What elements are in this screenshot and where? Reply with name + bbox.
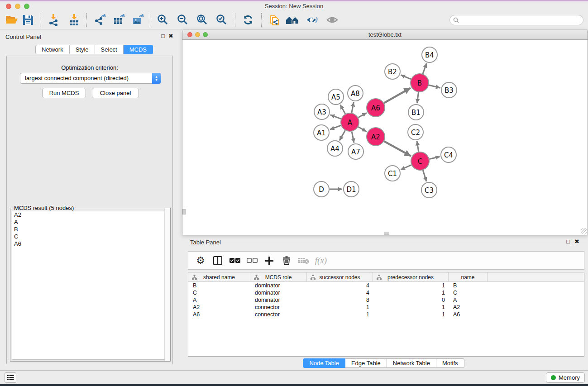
delete-table-icon[interactable] [295, 253, 312, 268]
function-builder-icon[interactable]: f(x) [312, 253, 330, 268]
edge-A-A7[interactable] [352, 132, 354, 143]
float-panel-icon[interactable]: □ [161, 33, 165, 39]
criterion-select[interactable]: largest connected component (directed) ▲… [20, 73, 161, 84]
table-settings-icon[interactable]: ⚙ [192, 253, 209, 268]
edge-A6-B[interactable] [384, 88, 411, 103]
edge-A-A1[interactable] [330, 125, 341, 129]
node-B[interactable]: B [411, 74, 429, 92]
node-C2[interactable]: C2 [408, 124, 423, 140]
column-header-successor-nodes[interactable]: successor nodes [307, 272, 373, 282]
result-scrollbar[interactable] [164, 208, 170, 361]
result-item[interactable]: A [12, 219, 168, 226]
table-row[interactable]: Cdominator41C [188, 289, 584, 296]
network-window-titlebar[interactable]: testGlobe.txt [182, 29, 588, 40]
node-A6[interactable]: A6 [367, 99, 385, 117]
create-column-icon[interactable] [261, 253, 278, 268]
search-field[interactable] [449, 15, 583, 25]
node-D[interactable]: D [314, 181, 329, 197]
table-row[interactable]: Adominator80A [188, 296, 584, 304]
search-input[interactable] [461, 17, 583, 24]
tab-mcds[interactable]: MCDS [124, 45, 153, 54]
close-panel-icon[interactable]: ✖ [168, 33, 173, 39]
result-item[interactable]: A6 [12, 240, 168, 248]
column-header-shared-name[interactable]: shared name [188, 272, 250, 282]
node-A2[interactable]: A2 [367, 128, 385, 146]
zoom-out-icon[interactable] [175, 12, 191, 28]
edge-C-C2[interactable] [417, 141, 419, 152]
save-session-icon[interactable] [20, 12, 36, 28]
node-A4[interactable]: A4 [327, 141, 343, 156]
edge-A-A4[interactable] [339, 130, 345, 140]
node-A3[interactable]: A3 [314, 104, 330, 119]
edge-C-C4[interactable] [429, 157, 440, 159]
export-network-icon[interactable] [92, 12, 108, 28]
duplicate-network-icon[interactable] [266, 12, 282, 28]
edge-B-B2[interactable] [401, 75, 411, 79]
edge-A-A3[interactable] [330, 115, 341, 119]
edge-B-B1[interactable] [417, 92, 418, 103]
edge-C-C1[interactable] [401, 165, 411, 169]
node-B1[interactable]: B1 [408, 105, 424, 120]
zoom-selected-icon[interactable] [214, 12, 230, 28]
node-B4[interactable]: B4 [422, 47, 437, 62]
open-session-icon[interactable] [4, 12, 20, 28]
node-B3[interactable]: B3 [441, 82, 457, 98]
vertical-scroll-nub[interactable] [182, 209, 186, 214]
task-history-button[interactable] [5, 372, 16, 383]
float-table-panel-icon[interactable]: □ [566, 238, 570, 245]
edge-A-A8[interactable] [352, 102, 354, 113]
tab-motifs[interactable]: Motifs [436, 358, 464, 368]
run-mcds-button[interactable]: Run MCDS [42, 88, 86, 98]
zoom-fit-icon[interactable] [194, 12, 210, 28]
close-table-panel-icon[interactable]: ✖ [574, 238, 579, 245]
edge-B-B4[interactable] [423, 63, 426, 74]
result-item[interactable]: C [12, 233, 168, 240]
node-D1[interactable]: D1 [344, 181, 359, 197]
edge-A-A6[interactable] [358, 113, 367, 117]
show-columns-icon[interactable] [209, 253, 226, 268]
table-row[interactable]: A2connector11A2 [188, 304, 584, 311]
tab-edge-table[interactable]: Edge Table [345, 358, 387, 368]
edge-A2-C[interactable] [384, 141, 411, 156]
node-C[interactable]: C [411, 152, 429, 170]
first-neighbors-icon[interactable] [284, 12, 301, 28]
select-all-columns-icon[interactable] [226, 253, 244, 268]
node-A1[interactable]: A1 [314, 125, 329, 140]
refresh-icon[interactable] [240, 12, 256, 28]
column-header-predecessor-nodes[interactable]: predecessor nodes [373, 272, 449, 282]
delete-column-icon[interactable] [278, 253, 295, 268]
edge-B-B3[interactable] [429, 85, 440, 88]
result-item[interactable]: A2 [12, 211, 168, 219]
edge-A-A2[interactable] [358, 127, 367, 131]
memory-button[interactable]: Memory [546, 372, 585, 383]
column-header-name[interactable]: name [449, 272, 488, 282]
node-C1[interactable]: C1 [385, 166, 400, 181]
node-A7[interactable]: A7 [348, 144, 363, 159]
tab-style[interactable]: Style [70, 45, 95, 54]
node-B2[interactable]: B2 [385, 64, 400, 79]
node-A[interactable]: A [341, 113, 359, 131]
tab-node-table[interactable]: Node Table [303, 358, 345, 368]
zoom-in-icon[interactable] [155, 12, 171, 28]
horizontal-scroll-nub[interactable] [384, 232, 389, 235]
network-canvas[interactable]: B4B2BB3A8A5A6A3B1AA1C2A2A4A7C4CC1C3DD1 [182, 40, 588, 235]
show-all-icon[interactable] [324, 12, 340, 28]
import-network-icon[interactable] [45, 12, 62, 28]
tab-network[interactable]: Network [35, 45, 70, 54]
result-item[interactable]: B [12, 226, 168, 233]
tab-network-table[interactable]: Network Table [387, 358, 436, 368]
export-image-icon[interactable] [130, 12, 146, 28]
close-panel-button[interactable]: Close panel [92, 88, 139, 98]
edge-C-C3[interactable] [423, 170, 426, 181]
node-C4[interactable]: C4 [441, 147, 456, 162]
node-C3[interactable]: C3 [421, 182, 437, 198]
export-table-icon[interactable] [111, 12, 127, 28]
column-header-mcds-role[interactable]: MCDS role [250, 272, 307, 282]
node-A8[interactable]: A8 [348, 86, 363, 101]
unselect-all-columns-icon[interactable] [244, 253, 261, 268]
table-row[interactable]: Bdominator41B [188, 282, 584, 289]
tab-select[interactable]: Select [95, 45, 124, 54]
table-row[interactable]: A6connector11A6 [188, 311, 584, 318]
node-A5[interactable]: A5 [328, 89, 344, 105]
edge-A-A5[interactable] [340, 105, 345, 114]
